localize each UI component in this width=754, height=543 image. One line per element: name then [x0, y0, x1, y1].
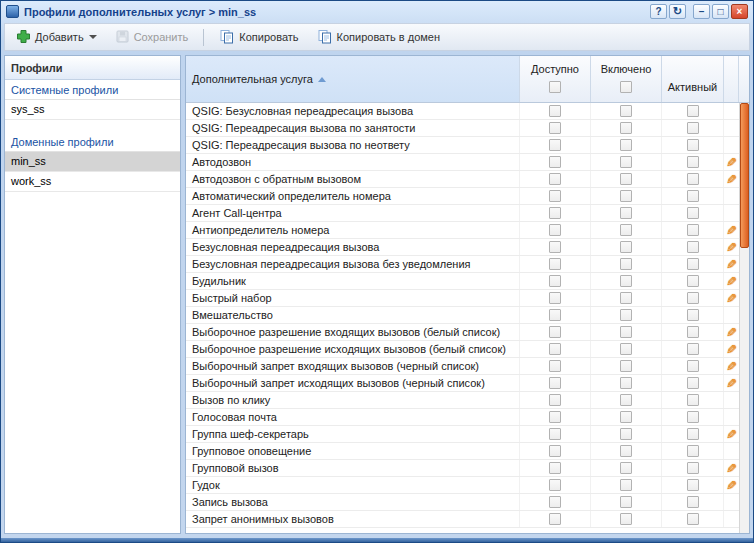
close-button[interactable]: × — [731, 4, 748, 19]
edit-pencil-icon[interactable]: ✎ — [726, 224, 737, 237]
table-row[interactable]: Запись вызова — [186, 494, 739, 511]
active-checkbox[interactable] — [687, 105, 699, 117]
table-row[interactable]: Вмешательство — [186, 307, 739, 324]
table-row[interactable]: Группа шеф-секретарь✎ — [186, 426, 739, 443]
available-checkbox[interactable] — [549, 156, 561, 168]
table-row[interactable]: Вызов по клику — [186, 392, 739, 409]
add-button[interactable]: Добавить — [9, 25, 104, 50]
column-header-service[interactable]: Дополнительная услуга — [186, 56, 520, 102]
enabled-header-checkbox[interactable] — [620, 81, 632, 93]
available-checkbox[interactable] — [549, 309, 561, 321]
table-row[interactable]: Запрет анонимных вызовов — [186, 511, 739, 528]
available-checkbox[interactable] — [549, 326, 561, 338]
edit-pencil-icon[interactable]: ✎ — [726, 428, 737, 441]
active-checkbox[interactable] — [687, 377, 699, 389]
table-row[interactable]: Групповой вызов✎ — [186, 460, 739, 477]
save-button[interactable]: Сохранить — [108, 25, 196, 50]
enabled-checkbox[interactable] — [620, 139, 632, 151]
table-row[interactable]: QSIG: Переадресация вызова по неответу — [186, 137, 739, 154]
active-checkbox[interactable] — [687, 496, 699, 508]
active-checkbox[interactable] — [687, 156, 699, 168]
edit-pencil-icon[interactable]: ✎ — [726, 343, 737, 356]
table-row[interactable]: Автодозвон✎ — [186, 154, 739, 171]
available-header-checkbox[interactable] — [549, 81, 561, 93]
table-row[interactable]: Быстрый набор✎ — [186, 290, 739, 307]
active-checkbox[interactable] — [687, 207, 699, 219]
available-checkbox[interactable] — [549, 190, 561, 202]
edit-pencil-icon[interactable]: ✎ — [726, 173, 737, 186]
maximize-button[interactable]: □ — [712, 4, 729, 19]
edit-pencil-icon[interactable]: ✎ — [726, 292, 737, 305]
enabled-checkbox[interactable] — [620, 343, 632, 355]
active-checkbox[interactable] — [687, 173, 699, 185]
vertical-scrollbar[interactable] — [739, 103, 749, 533]
scrollbar-thumb[interactable] — [740, 103, 749, 248]
enabled-checkbox[interactable] — [620, 241, 632, 253]
edit-pencil-icon[interactable]: ✎ — [726, 462, 737, 475]
copy-to-domain-button[interactable]: Копировать в домен — [310, 25, 447, 50]
available-checkbox[interactable] — [549, 258, 561, 270]
enabled-checkbox[interactable] — [620, 122, 632, 134]
enabled-checkbox[interactable] — [620, 428, 632, 440]
table-row[interactable]: Выборочный запрет входящих вызовов (черн… — [186, 358, 739, 375]
column-header-available[interactable]: Доступно — [520, 56, 591, 102]
table-row[interactable]: Гудок✎ — [186, 477, 739, 494]
table-row[interactable]: Выборочное разрешение исходящих вызовов … — [186, 341, 739, 358]
table-row[interactable]: Безусловная переадресация вызова без уве… — [186, 256, 739, 273]
enabled-checkbox[interactable] — [620, 309, 632, 321]
active-checkbox[interactable] — [687, 139, 699, 151]
refresh-button[interactable]: ↻ — [669, 4, 686, 19]
available-checkbox[interactable] — [549, 394, 561, 406]
sidebar-item-work_ss[interactable]: work_ss — [5, 172, 180, 192]
edit-pencil-icon[interactable]: ✎ — [726, 326, 737, 339]
available-checkbox[interactable] — [549, 224, 561, 236]
active-checkbox[interactable] — [687, 428, 699, 440]
enabled-checkbox[interactable] — [620, 258, 632, 270]
edit-pencil-icon[interactable]: ✎ — [726, 275, 737, 288]
active-checkbox[interactable] — [687, 360, 699, 372]
edit-pencil-icon[interactable]: ✎ — [726, 377, 737, 390]
column-header-active[interactable]: Активный — [662, 56, 724, 102]
active-checkbox[interactable] — [687, 122, 699, 134]
available-checkbox[interactable] — [549, 241, 561, 253]
enabled-checkbox[interactable] — [620, 513, 632, 525]
column-header-enabled[interactable]: Включено — [591, 56, 662, 102]
enabled-checkbox[interactable] — [620, 173, 632, 185]
active-checkbox[interactable] — [687, 326, 699, 338]
enabled-checkbox[interactable] — [620, 156, 632, 168]
copy-button[interactable]: Копировать — [212, 25, 305, 50]
help-button[interactable]: ? — [650, 4, 667, 19]
table-row[interactable]: Выборочный запрет исходящих вызовов (чер… — [186, 375, 739, 392]
titlebar[interactable]: Профили дополнительных услуг > min_ss ? … — [4, 1, 750, 22]
active-checkbox[interactable] — [687, 445, 699, 457]
active-checkbox[interactable] — [687, 479, 699, 491]
active-checkbox[interactable] — [687, 309, 699, 321]
table-row[interactable]: Будильник✎ — [186, 273, 739, 290]
table-row[interactable]: Голосовая почта — [186, 409, 739, 426]
available-checkbox[interactable] — [549, 496, 561, 508]
sidebar-item-min_ss[interactable]: min_ss — [5, 152, 180, 172]
edit-pencil-icon[interactable]: ✎ — [726, 479, 737, 492]
table-row[interactable]: Безусловная переадресация вызова✎ — [186, 239, 739, 256]
enabled-checkbox[interactable] — [620, 105, 632, 117]
active-checkbox[interactable] — [687, 513, 699, 525]
table-row[interactable]: Агент Call-центра — [186, 205, 739, 222]
table-row[interactable]: Выборочное разрешение входящих вызовов (… — [186, 324, 739, 341]
available-checkbox[interactable] — [549, 428, 561, 440]
enabled-checkbox[interactable] — [620, 292, 632, 304]
active-checkbox[interactable] — [687, 343, 699, 355]
table-row[interactable]: Автоматический определитель номера — [186, 188, 739, 205]
active-checkbox[interactable] — [687, 275, 699, 287]
available-checkbox[interactable] — [549, 292, 561, 304]
enabled-checkbox[interactable] — [620, 394, 632, 406]
sidebar-item-sys_ss[interactable]: sys_ss — [5, 100, 180, 120]
available-checkbox[interactable] — [549, 343, 561, 355]
available-checkbox[interactable] — [549, 377, 561, 389]
table-row[interactable]: QSIG: Переадресация вызова по занятости — [186, 120, 739, 137]
edit-pencil-icon[interactable]: ✎ — [726, 258, 737, 271]
enabled-checkbox[interactable] — [620, 207, 632, 219]
active-checkbox[interactable] — [687, 190, 699, 202]
available-checkbox[interactable] — [549, 122, 561, 134]
enabled-checkbox[interactable] — [620, 275, 632, 287]
available-checkbox[interactable] — [549, 462, 561, 474]
